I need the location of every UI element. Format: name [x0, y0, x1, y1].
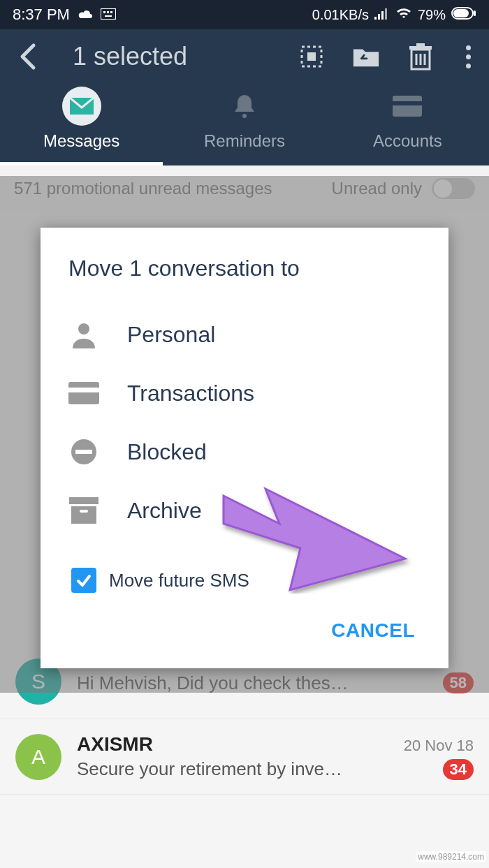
svg-rect-19 [416, 43, 425, 47]
app-bar: 1 selected [0, 29, 489, 80]
sender-name: AXISMR [77, 733, 153, 756]
status-battery-pct: 79% [418, 7, 446, 23]
svg-rect-5 [374, 17, 377, 20]
svg-rect-3 [110, 11, 112, 13]
watermark: www.989214.com [416, 851, 486, 862]
svg-rect-2 [107, 11, 109, 13]
svg-rect-31 [80, 510, 88, 513]
svg-rect-25 [68, 382, 99, 404]
svg-rect-1 [103, 11, 105, 13]
move-conversation-dialog: Move 1 conversation to Personal Transact… [41, 228, 448, 668]
avatar: A [15, 734, 61, 780]
svg-rect-30 [71, 506, 96, 524]
envelope-icon [62, 87, 101, 126]
cloud-icon [77, 6, 94, 24]
status-time: 8:37 PM [13, 6, 70, 24]
tab-messages[interactable]: Messages [0, 87, 163, 165]
tab-reminders[interactable]: Reminders [163, 87, 326, 165]
message-date: 20 Nov 18 [404, 737, 474, 755]
svg-rect-4 [105, 15, 112, 17]
svg-rect-22 [393, 96, 422, 117]
signal-icon [374, 7, 390, 23]
status-bar: 8:37 PM 0.01KB/s 79% [0, 0, 489, 29]
keyboard-icon [101, 6, 116, 24]
move-folder-button[interactable] [352, 43, 380, 71]
svg-rect-6 [378, 14, 380, 20]
svg-point-21 [242, 114, 247, 118]
option-label: Personal [127, 322, 215, 348]
svg-rect-29 [69, 497, 98, 504]
back-button[interactable] [14, 43, 42, 71]
svg-rect-13 [307, 52, 316, 61]
person-icon [68, 319, 99, 350]
status-net-speed: 0.01KB/s [312, 7, 369, 23]
option-label: Blocked [127, 439, 207, 465]
card-icon [68, 378, 99, 409]
svg-rect-28 [75, 450, 92, 454]
option-transactions[interactable]: Transactions [68, 364, 421, 422]
tab-label: Accounts [326, 131, 489, 151]
bell-icon [163, 87, 326, 126]
svg-rect-0 [101, 8, 116, 20]
svg-point-24 [78, 323, 89, 334]
annotation-arrow-icon [217, 482, 419, 596]
svg-rect-10 [453, 9, 469, 17]
list-item[interactable]: A AXISMR 20 Nov 18 Secure your retiremen… [0, 719, 489, 795]
wifi-icon [395, 7, 412, 23]
blocked-icon [68, 436, 99, 467]
delete-button[interactable] [407, 43, 435, 71]
battery-icon [451, 7, 476, 23]
move-future-checkbox[interactable] [71, 568, 96, 593]
card-icon [326, 87, 489, 126]
svg-rect-23 [393, 101, 422, 105]
overflow-menu-button[interactable] [461, 45, 475, 68]
option-blocked[interactable]: Blocked [68, 422, 421, 481]
archive-icon [68, 495, 99, 526]
option-personal[interactable]: Personal [68, 305, 421, 364]
svg-rect-7 [381, 11, 384, 20]
tab-label: Reminders [163, 131, 326, 151]
app-bar-title: 1 selected [73, 42, 281, 71]
tab-accounts[interactable]: Accounts [326, 87, 489, 165]
cancel-button[interactable]: CANCEL [331, 619, 415, 641]
select-all-button[interactable] [298, 43, 326, 71]
dialog-title: Move 1 conversation to [68, 256, 421, 281]
option-label: Archive [127, 498, 202, 524]
svg-rect-26 [68, 388, 99, 392]
tabs-bar: Messages Reminders Accounts [0, 80, 489, 165]
svg-rect-11 [474, 10, 476, 16]
tab-label: Messages [0, 131, 163, 151]
unread-badge: 34 [443, 759, 474, 780]
message-preview: Secure your retirement by inve… [77, 758, 342, 780]
svg-rect-8 [385, 8, 387, 20]
option-label: Transactions [127, 381, 254, 406]
